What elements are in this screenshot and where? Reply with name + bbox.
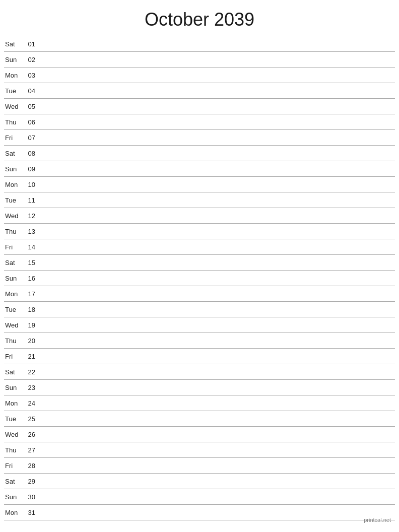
table-row: Sun02 [4, 52, 395, 68]
day-line [39, 169, 395, 169]
day-name: Mon [4, 290, 25, 298]
day-name: Tue [4, 196, 25, 204]
day-number: 09 [25, 165, 39, 173]
day-line [39, 466, 395, 466]
day-name: Thu [4, 446, 25, 454]
day-line [39, 450, 395, 450]
table-row: Mon03 [4, 68, 395, 83]
day-number: 15 [25, 259, 39, 267]
table-row: Fri21 [4, 349, 395, 364]
day-number: 05 [25, 103, 39, 110]
day-name: Thu [4, 337, 25, 345]
table-row: Mon17 [4, 286, 395, 302]
day-name: Mon [4, 72, 25, 79]
page-title: October 2039 [0, 0, 399, 36]
table-row: Fri28 [4, 458, 395, 474]
day-number: 12 [25, 212, 39, 220]
day-line [39, 262, 395, 263]
day-name: Thu [4, 228, 25, 235]
day-name: Sat [4, 259, 25, 267]
table-row: Fri14 [4, 239, 395, 255]
day-name: Sun [4, 56, 25, 63]
table-row: Thu20 [4, 333, 395, 349]
day-number: 19 [25, 321, 39, 329]
day-number: 27 [25, 446, 39, 454]
day-line [39, 184, 395, 185]
table-row: Sat29 [4, 474, 395, 489]
table-row: Tue11 [4, 192, 395, 208]
table-row: Fri07 [4, 130, 395, 146]
day-number: 11 [25, 196, 39, 204]
table-row: Thu13 [4, 224, 395, 239]
day-number: 30 [25, 493, 39, 501]
day-line [39, 59, 395, 60]
day-name: Sat [4, 368, 25, 376]
day-name: Mon [4, 400, 25, 407]
day-number: 10 [25, 181, 39, 188]
table-row: Mon31 [4, 505, 395, 520]
table-row: Sun23 [4, 380, 395, 395]
table-row: Wed26 [4, 427, 395, 442]
footer-text: printcal.net [364, 517, 391, 523]
day-number: 07 [25, 134, 39, 142]
day-name: Sun [4, 275, 25, 282]
day-line [39, 372, 395, 372]
day-number: 29 [25, 478, 39, 485]
day-line [39, 403, 395, 404]
day-number: 24 [25, 400, 39, 407]
day-number: 20 [25, 337, 39, 345]
day-name: Sun [4, 493, 25, 501]
day-line [39, 356, 395, 357]
day-line [39, 387, 395, 388]
day-number: 31 [25, 509, 39, 516]
day-number: 01 [25, 40, 39, 48]
table-row: Tue04 [4, 83, 395, 99]
day-line [39, 325, 395, 325]
table-row: Wed19 [4, 317, 395, 333]
day-number: 26 [25, 431, 39, 438]
table-row: Mon10 [4, 177, 395, 192]
day-line [39, 91, 395, 91]
day-name: Fri [4, 353, 25, 360]
day-name: Tue [4, 306, 25, 313]
table-row: Thu06 [4, 114, 395, 130]
day-name: Wed [4, 431, 25, 438]
table-row: Tue25 [4, 411, 395, 427]
day-number: 18 [25, 306, 39, 313]
day-name: Tue [4, 87, 25, 95]
day-line [39, 75, 395, 76]
table-row: Sun16 [4, 271, 395, 286]
table-row: Wed12 [4, 208, 395, 224]
table-row: Sat08 [4, 146, 395, 161]
table-row: Sat01 [4, 36, 395, 52]
day-line [39, 309, 395, 310]
day-number: 25 [25, 415, 39, 423]
day-number: 16 [25, 275, 39, 282]
day-name: Sat [4, 40, 25, 48]
day-name: Fri [4, 462, 25, 470]
day-name: Mon [4, 509, 25, 516]
day-line [39, 122, 395, 122]
day-number: 06 [25, 118, 39, 126]
day-name: Sun [4, 165, 25, 173]
day-line [39, 481, 395, 482]
day-number: 04 [25, 87, 39, 95]
day-number: 17 [25, 290, 39, 298]
day-line [39, 294, 395, 294]
day-line [39, 200, 395, 201]
day-line [39, 419, 395, 419]
day-number: 22 [25, 368, 39, 376]
day-name: Sat [4, 150, 25, 157]
day-line [39, 106, 395, 107]
day-number: 03 [25, 72, 39, 79]
day-line [39, 138, 395, 138]
day-line [39, 231, 395, 232]
day-name: Sat [4, 478, 25, 485]
day-number: 23 [25, 384, 39, 391]
table-row: Thu27 [4, 442, 395, 458]
day-line [39, 434, 395, 435]
table-row: Mon24 [4, 395, 395, 411]
day-number: 13 [25, 228, 39, 235]
day-line [39, 341, 395, 341]
day-line [39, 153, 395, 154]
